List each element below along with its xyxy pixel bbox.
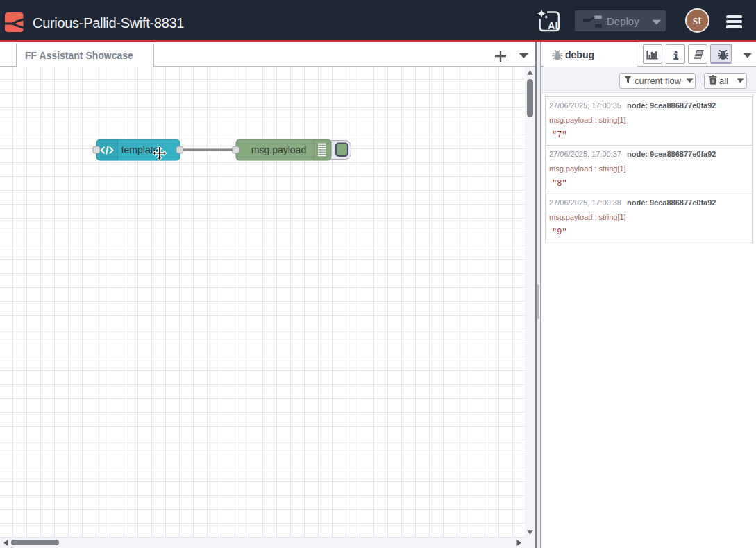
svg-text:msg.payload: msg.payload [251, 144, 306, 155]
svg-text:AI: AI [548, 20, 558, 31]
